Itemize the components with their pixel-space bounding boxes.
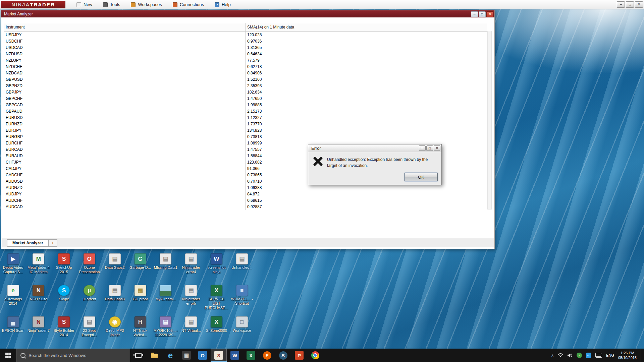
language-indicator[interactable]: ENG: [606, 353, 614, 357]
volume-icon[interactable]: [567, 353, 573, 357]
desktop-icon-sketchup-2015[interactable]: SSketchUp 2015: [52, 253, 76, 274]
sma-cell[interactable]: 84.872: [246, 191, 487, 197]
table-row[interactable]: GBPUSD1.52160: [4, 76, 487, 82]
menu-tools[interactable]: Tools: [99, 0, 124, 9]
error-dialog-titlebar[interactable]: Error: [308, 144, 441, 152]
ma-minimize-icon[interactable]: [471, 11, 478, 17]
table-row[interactable]: GBPCHF1.47650: [4, 95, 487, 102]
sma-cell[interactable]: 1.47650: [246, 95, 487, 102]
desktop-icon-data-gaps2[interactable]: ▤Data Gaps2: [102, 253, 127, 270]
sma-cell[interactable]: 0.73818: [246, 133, 487, 140]
instrument-cell[interactable]: GBPJPY: [4, 89, 246, 95]
table-row[interactable]: EURNZD1.73770: [4, 121, 487, 127]
instrument-cell[interactable]: EURUSD: [4, 114, 246, 121]
table-row[interactable]: GBPJPY182.634: [4, 89, 487, 95]
sma-cell[interactable]: 0.62718: [246, 63, 487, 70]
instrument-cell[interactable]: GBPAUD: [4, 108, 246, 114]
table-row[interactable]: NZDUSD0.64634: [4, 51, 487, 57]
desktop-icon-ozone-presentation[interactable]: OOzone Presentation: [77, 253, 102, 274]
desktop-icon-service-list-purchase[interactable]: XSERVICE LIST PURCHASE...: [204, 285, 229, 310]
desktop-icon-debut-video-capture[interactable]: ▶Debut Video Capture S...: [1, 253, 25, 274]
desktop-icon-direct-mp3-joiner[interactable]: ◉Direct MP3 Joiner: [102, 316, 127, 337]
sma-cell[interactable]: 0.92887: [246, 203, 487, 210]
table-row[interactable]: AUDCHF0.68615: [4, 197, 487, 203]
ma-close-icon[interactable]: [486, 11, 493, 17]
show-desktop-button[interactable]: [641, 349, 643, 362]
ma-restore-icon[interactable]: [479, 11, 486, 17]
instrument-cell[interactable]: CHFJPY: [4, 159, 246, 165]
sma-cell[interactable]: 0.68615: [246, 197, 487, 203]
table-row[interactable]: AUDNZD1.09388: [4, 184, 487, 191]
menu-help[interactable]: ?Help: [210, 0, 235, 9]
close-icon[interactable]: [635, 1, 643, 8]
sma-cell[interactable]: 2.35393: [246, 82, 487, 89]
desktop-icon-data-gaps3[interactable]: ▤Data Gaps3: [102, 285, 127, 301]
desktop-icon-ninjatrader-error4[interactable]: ▤Ninjatrader error4: [179, 253, 204, 274]
instrument-cell[interactable]: GBPCAD: [4, 102, 246, 108]
menu-new[interactable]: New: [72, 0, 97, 9]
error-minimize-icon[interactable]: [419, 145, 426, 151]
sma-cell[interactable]: 134.823: [246, 127, 487, 133]
menu-connections[interactable]: Connections: [168, 0, 208, 9]
vertical-scrollbar[interactable]: [487, 31, 492, 209]
sma-cell[interactable]: 1.99885: [246, 102, 487, 108]
table-row[interactable]: EURJPY134.823: [4, 127, 487, 133]
instrument-cell[interactable]: NZDUSD: [4, 51, 246, 57]
taskbar-outlook[interactable]: O: [195, 349, 211, 362]
instrument-cell[interactable]: USDCHF: [4, 38, 246, 44]
touch-keyboard-icon[interactable]: [595, 353, 602, 358]
table-row[interactable]: AUDJPY84.872: [4, 191, 487, 197]
desktop-icon-ninjatrader-error5[interactable]: ▤Ninjatrader error5: [179, 285, 204, 306]
desktop-icon-screenshot-ninja[interactable]: Wscreenshot ninja: [204, 253, 229, 274]
instrument-cell[interactable]: NZDCHF: [4, 63, 246, 70]
ok-button[interactable]: OK: [405, 173, 438, 181]
column-header-instrument[interactable]: Instrument: [4, 23, 246, 31]
desktop-icon-my-dream[interactable]: My-Dream...: [153, 285, 178, 301]
add-tab-button[interactable]: +: [49, 239, 57, 247]
start-button[interactable]: [0, 349, 16, 362]
taskbar-utility-app[interactable]: ▣: [178, 349, 195, 362]
desktop-icon-nt-virtual[interactable]: ▤NT-Virtual...: [179, 316, 204, 333]
market-analyzer-titlebar[interactable]: Market Analyzer: [1, 10, 494, 17]
instrument-cell[interactable]: AUDCHF: [4, 197, 246, 203]
taskbar-ninjatrader[interactable]: 8: [211, 349, 227, 362]
table-row[interactable]: GBPNZD2.35393: [4, 82, 487, 89]
error-close-icon[interactable]: [434, 145, 440, 151]
table-row[interactable]: GBPCAD1.99885: [4, 102, 487, 108]
desktop-icon-httrack-website[interactable]: HHTTrack Websi...: [128, 316, 153, 337]
desktop-icon-epson-scan[interactable]: ▄EPSON Scan: [1, 316, 25, 333]
instrument-cell[interactable]: AUDJPY: [4, 191, 246, 197]
table-row[interactable]: EURGBP0.73818: [4, 133, 487, 140]
instrument-cell[interactable]: AUDUSD: [4, 178, 246, 184]
taskbar-clock[interactable]: 1:26 PM 05/10/2015: [618, 351, 637, 360]
taskbar-skype[interactable]: S: [275, 349, 291, 362]
desktop-icon-utorrent[interactable]: µµTorrent: [77, 285, 102, 301]
table-row[interactable]: USDCHF0.97036: [4, 38, 487, 44]
desktop-icon-missing-data1[interactable]: ▤MIssing Data1: [153, 253, 178, 270]
instrument-cell[interactable]: GBPCHF: [4, 95, 246, 102]
error-maximize-icon[interactable]: [426, 145, 433, 151]
table-row[interactable]: NZDCAD0.84906: [4, 70, 487, 76]
minimize-icon[interactable]: [617, 1, 625, 8]
taskbar-powerpoint[interactable]: P: [291, 349, 307, 362]
taskbar-chrome[interactable]: [307, 349, 323, 362]
taskbar-search[interactable]: Search the web and Windows: [16, 349, 130, 362]
desktop-icon-nch-suite[interactable]: NNCH Suite: [26, 285, 51, 301]
instrument-cell[interactable]: EURCHF: [4, 140, 246, 146]
sma-cell[interactable]: 0.84906: [246, 70, 487, 76]
sma-cell[interactable]: 2.15173: [246, 108, 487, 114]
desktop-icon-skype[interactable]: SSkype: [52, 285, 76, 301]
desktop-icon-myob[interactable]: ▤MYOB0105... - 112229139...: [153, 316, 178, 337]
instrument-cell[interactable]: GBPNZD: [4, 82, 246, 89]
taskbar-task-view[interactable]: [130, 349, 146, 362]
desktop-icon-wdmycl-shortcut[interactable]: ■WDMYCL... - Shortcut: [229, 285, 254, 306]
menu-workspaces[interactable]: Workspaces: [126, 0, 166, 9]
instrument-cell[interactable]: CADCHF: [4, 172, 246, 178]
instrument-cell[interactable]: CADJPY: [4, 165, 246, 172]
table-row[interactable]: USDCAD1.31365: [4, 44, 487, 51]
sma-cell[interactable]: 1.52160: [246, 76, 487, 82]
hidden-icons-chevron-icon[interactable]: [551, 353, 554, 358]
column-header-sma[interactable]: SMA(14) on 1 Minute data: [246, 23, 487, 31]
instrument-cell[interactable]: EURNZD: [4, 121, 246, 127]
instrument-cell[interactable]: GBPUSD: [4, 76, 246, 82]
